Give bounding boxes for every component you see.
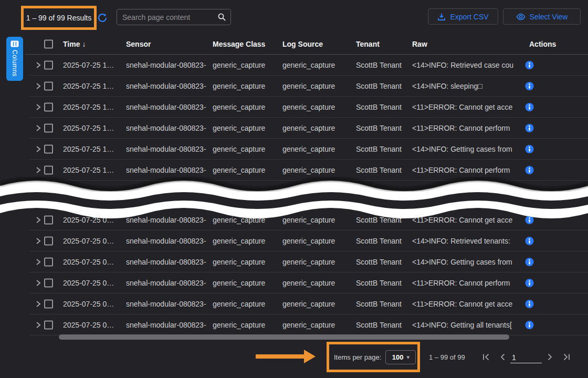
row-checkbox[interactable] bbox=[44, 61, 53, 70]
info-icon[interactable] bbox=[525, 321, 534, 330]
table-row[interactable]: 2025-07-25 0… snehal-modular-080823- gen… bbox=[0, 230, 588, 251]
cell-raw: <11>ERROR: Cannot get acce bbox=[412, 300, 512, 308]
info-icon[interactable] bbox=[525, 279, 534, 288]
cell-sensor: snehal-modular-080823- bbox=[126, 258, 206, 266]
info-icon[interactable] bbox=[525, 166, 534, 175]
expand-chevron-icon[interactable] bbox=[35, 145, 42, 153]
expand-chevron-icon[interactable] bbox=[35, 61, 42, 69]
cell-tenant: ScottB Tenant bbox=[356, 61, 402, 69]
expand-chevron-icon[interactable] bbox=[35, 258, 42, 266]
page-number-input[interactable] bbox=[510, 352, 542, 363]
row-checkbox[interactable] bbox=[44, 258, 53, 267]
cell-tenant: ScottB Tenant bbox=[356, 300, 402, 308]
sort-desc-icon[interactable]: ↓ bbox=[82, 40, 86, 48]
search-icon[interactable] bbox=[217, 13, 226, 22]
first-page-button[interactable] bbox=[481, 352, 491, 362]
search-box[interactable] bbox=[117, 9, 231, 25]
table-row[interactable]: 2025-07-25 0… snehal-modular-080823- gen… bbox=[0, 272, 588, 293]
cell-tenant: ScottB Tenant bbox=[356, 145, 402, 153]
table-row[interactable]: 2025-07-25 0… snehal-modular-080823- gen… bbox=[0, 314, 588, 335]
table-row[interactable]: 2025-07-25 1… snehal-modular-080823- gen… bbox=[0, 160, 588, 181]
next-page-button[interactable] bbox=[545, 352, 554, 362]
row-checkbox[interactable] bbox=[44, 124, 53, 133]
column-header-message-class[interactable]: Message Class bbox=[213, 40, 265, 48]
info-icon[interactable] bbox=[525, 103, 534, 112]
info-icon[interactable] bbox=[525, 300, 534, 309]
expand-chevron-icon[interactable] bbox=[35, 166, 42, 174]
row-checkbox[interactable] bbox=[44, 145, 53, 154]
expand-chevron-icon[interactable] bbox=[35, 279, 42, 287]
expand-chevron-icon[interactable] bbox=[35, 321, 42, 329]
cell-log-source: generic_capture bbox=[282, 145, 335, 153]
column-header-log-source[interactable]: Log Source bbox=[282, 40, 323, 48]
row-checkbox[interactable] bbox=[44, 166, 53, 175]
row-checkbox[interactable] bbox=[44, 237, 53, 246]
info-icon[interactable] bbox=[525, 61, 534, 70]
info-icon[interactable] bbox=[525, 124, 534, 133]
cell-time: 2025-07-25 0… bbox=[63, 300, 114, 308]
cell-time: 2025-07-25 1… bbox=[63, 145, 114, 153]
table-row[interactable]: 2025-07-25 1… snehal-modular-080823- gen… bbox=[0, 139, 588, 160]
column-header-time[interactable]: Time↓ bbox=[63, 40, 86, 48]
select-all-checkbox[interactable] bbox=[44, 40, 53, 49]
table-row[interactable]: 2025-07-25 1… snehal-modular-080823- gen… bbox=[0, 97, 588, 118]
cell-sensor: snehal-modular-080823- bbox=[126, 82, 206, 90]
row-checkbox[interactable] bbox=[44, 103, 53, 112]
export-csv-label: Export CSV bbox=[450, 13, 488, 21]
download-icon bbox=[437, 13, 446, 21]
cell-message-class: generic_capture bbox=[213, 258, 265, 266]
last-page-button[interactable] bbox=[562, 352, 571, 362]
cell-log-source: generic_capture bbox=[282, 216, 335, 224]
previous-page-button[interactable] bbox=[498, 352, 508, 362]
cell-log-source: generic_capture bbox=[282, 300, 335, 308]
cell-time: 2025-07-25 0… bbox=[63, 279, 114, 287]
items-per-page-select[interactable]: 100 ▾ bbox=[385, 350, 416, 364]
search-input[interactable] bbox=[122, 13, 217, 22]
expand-chevron-icon[interactable] bbox=[35, 82, 42, 90]
expand-chevron-icon[interactable] bbox=[35, 103, 42, 111]
expand-chevron-icon[interactable] bbox=[35, 124, 42, 132]
info-icon[interactable] bbox=[525, 216, 534, 225]
info-icon[interactable] bbox=[525, 145, 534, 154]
column-header-sensor[interactable]: Sensor bbox=[126, 40, 151, 48]
row-checkbox[interactable] bbox=[44, 279, 53, 288]
cell-time: 2025-07-25 0… bbox=[63, 321, 114, 329]
pagination-range-label: 1 – 99 of 99 bbox=[429, 353, 465, 361]
chevron-down-icon: ▾ bbox=[406, 354, 410, 361]
cell-raw: <11>ERROR: Cannot get acce bbox=[412, 103, 512, 111]
row-checkbox[interactable] bbox=[44, 300, 53, 309]
cell-sensor: snehal-modular-080823- bbox=[126, 279, 206, 287]
expand-chevron-icon[interactable] bbox=[35, 237, 42, 245]
cell-sensor: snehal-modular-080823- bbox=[126, 321, 206, 329]
table-row[interactable]: 2025-07-25 1… snehal-modular-080823- gen… bbox=[0, 118, 588, 139]
cell-raw: <11>ERROR: Cannot perform bbox=[412, 166, 510, 174]
annotation-arrow bbox=[256, 354, 304, 359]
expand-chevron-icon[interactable] bbox=[35, 300, 42, 308]
annotation-highlight-results: 1 – 99 of 99 Results bbox=[21, 6, 97, 30]
table-row[interactable]: 2025-07-25 0… snehal-modular-080823- gen… bbox=[0, 251, 588, 272]
expand-chevron-icon[interactable] bbox=[35, 216, 42, 224]
column-header-tenant[interactable]: Tenant bbox=[356, 40, 380, 48]
horizontal-scrollbar[interactable] bbox=[59, 334, 509, 340]
row-checkbox[interactable] bbox=[44, 82, 53, 91]
cell-sensor: snehal-modular-080823- bbox=[126, 124, 206, 132]
cell-tenant: ScottB Tenant bbox=[356, 237, 402, 245]
cell-time: 2025-07-25 1… bbox=[63, 166, 114, 174]
cell-tenant: ScottB Tenant bbox=[356, 279, 402, 287]
select-view-button[interactable]: Select View bbox=[503, 8, 581, 25]
table-row[interactable]: 2025-07-25 1… snehal-modular-080823- gen… bbox=[0, 55, 588, 76]
cell-raw: <14>INFO: Getting cases from bbox=[412, 258, 512, 266]
cell-tenant: ScottB Tenant bbox=[356, 216, 402, 224]
table-row[interactable]: 2025-07-25 0… snehal-modular-080823- gen… bbox=[0, 209, 588, 230]
refresh-button[interactable] bbox=[98, 13, 107, 23]
info-icon[interactable] bbox=[525, 82, 534, 91]
table-row[interactable]: 2025-07-25 1… snehal-modular-080823- gen… bbox=[0, 76, 588, 97]
column-header-raw[interactable]: Raw bbox=[412, 40, 427, 48]
table-row[interactable]: 2025-07-25 0… snehal-modular-080823- gen… bbox=[0, 293, 588, 314]
cell-tenant: ScottB Tenant bbox=[356, 166, 402, 174]
info-icon[interactable] bbox=[525, 258, 534, 267]
row-checkbox[interactable] bbox=[44, 216, 53, 225]
info-icon[interactable] bbox=[525, 237, 534, 246]
row-checkbox[interactable] bbox=[44, 321, 53, 330]
export-csv-button[interactable]: Export CSV bbox=[428, 8, 498, 25]
